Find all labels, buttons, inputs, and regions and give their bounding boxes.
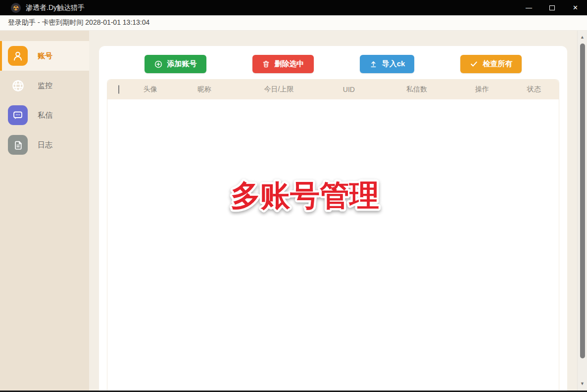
trash-icon	[262, 60, 270, 68]
minimize-button[interactable]: —	[517, 0, 540, 15]
sidebar-item-monitor[interactable]: 监控	[0, 71, 89, 100]
sidebar-item-accounts[interactable]: 账号	[0, 41, 89, 71]
check-all-button[interactable]: 检查所有	[460, 55, 522, 73]
license-expiry-text: 登录助手 - 卡密到期时间 2028-01-01 13:13:04	[8, 18, 149, 27]
upload-icon	[369, 60, 378, 68]
status-bar: 登录助手 - 卡密到期时间 2028-01-01 13:13:04	[0, 15, 587, 31]
close-button[interactable]: ✕	[564, 0, 587, 15]
sidebar-item-logs[interactable]: 日志	[0, 130, 89, 160]
scroll-up-icon[interactable]: ▲	[580, 35, 585, 40]
maximize-button[interactable]	[540, 0, 564, 15]
import-ck-button[interactable]: 导入ck	[360, 55, 415, 73]
select-all-checkbox[interactable]	[118, 85, 119, 94]
column-header-daily-limit: 今日/上限	[238, 85, 319, 94]
column-header-avatar: 头像	[130, 85, 171, 94]
sidebar-item-messages[interactable]: 私信	[0, 100, 89, 130]
maximize-icon	[549, 5, 555, 10]
toolbar: 添加账号 删除选中 导入ck	[99, 46, 567, 79]
main-content: 添加账号 删除选中 导入ck	[89, 31, 577, 391]
user-icon	[8, 46, 28, 66]
sidebar: 账号 监控 私信	[0, 31, 89, 391]
multi-account-watermark: 多账号管理	[206, 168, 404, 222]
table-header: 头像 昵称 今日/上限 UID 私信数 操作 状态	[107, 80, 559, 99]
sidebar-label-messages: 私信	[38, 111, 52, 120]
sidebar-label-logs: 日志	[38, 140, 52, 150]
add-account-button[interactable]: 添加账号	[145, 55, 206, 73]
document-icon	[8, 135, 28, 155]
titlebar: ☢ 渗透者.Dy触达猎手 — ✕	[0, 0, 587, 15]
scrollbar-thumb[interactable]	[580, 44, 585, 358]
table-body: 多账号管理	[107, 99, 559, 391]
window-title: 渗透者.Dy触达猎手	[26, 3, 85, 12]
plus-circle-icon	[154, 60, 163, 69]
scroll-down-icon[interactable]: ▼	[580, 382, 585, 386]
vertical-scrollbar[interactable]: ▲ ▼	[577, 31, 587, 391]
window-controls: — ✕	[517, 0, 587, 15]
sidebar-label-accounts: 账号	[38, 51, 52, 61]
column-header-message-count: 私信数	[378, 85, 455, 94]
column-header-uid: UID	[320, 86, 379, 93]
chat-bubble-icon	[8, 105, 28, 125]
column-header-nickname: 昵称	[171, 85, 239, 94]
delete-selected-button[interactable]: 删除选中	[252, 55, 314, 73]
accounts-table: 头像 昵称 今日/上限 UID 私信数 操作 状态 多账号管理	[107, 79, 559, 391]
svg-text:多账号管理: 多账号管理	[231, 179, 379, 212]
column-header-actions: 操作	[455, 85, 509, 94]
accounts-card: 添加账号 删除选中 导入ck	[99, 46, 567, 391]
app-logo-icon: ☢	[11, 3, 21, 13]
globe-icon	[8, 76, 28, 95]
column-header-status: 状态	[509, 85, 559, 94]
sidebar-label-monitor: 监控	[38, 81, 52, 90]
check-icon	[470, 60, 478, 68]
